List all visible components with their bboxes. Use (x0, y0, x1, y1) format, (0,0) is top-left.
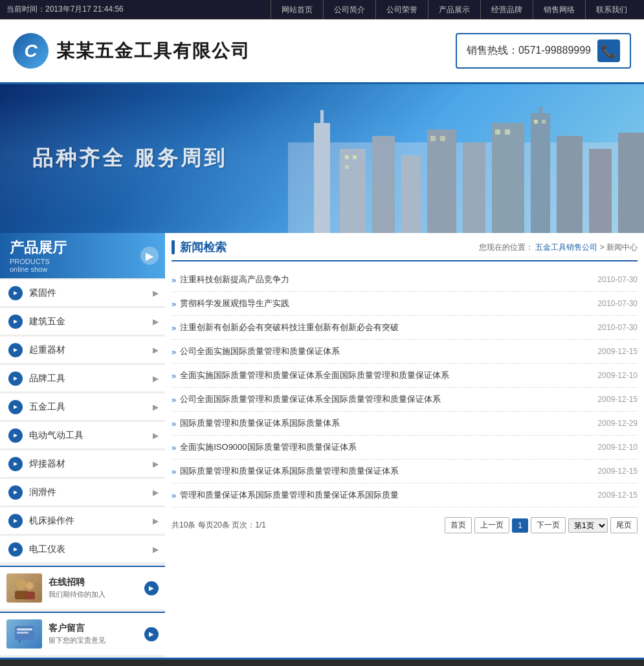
header: 某某五金工具有限公司 销售热线：0571-99889999 📞 (0, 19, 644, 84)
feedback-sub: 留下您的宝贵意见 (49, 636, 144, 645)
news-title-9: 管理和质量保证体系国际质量管理和质量保证体系国际质量 (180, 489, 597, 501)
news-item-4[interactable]: » 全面实施国际质量管理和质量保证体系全面国际质量管理和质量保证体系 2009-… (172, 364, 638, 388)
sidebar: 产品展厅 PRODUCTSonline show ▶ 紧固件 ▶ 建筑五金 ▶ … (0, 233, 165, 658)
sidebar-item-1[interactable]: 建筑五金 ▶ (0, 308, 165, 335)
news-item-2[interactable]: » 注重创新有创新必会有突破科技注重创新有创新必会有突破 2010-07-30 (172, 316, 638, 340)
play-icon-5 (8, 428, 23, 443)
sidebar-item-6[interactable]: 焊接器材 ▶ (0, 450, 165, 478)
top-nav: 网站首页 公司简介 公司荣誉 产品展示 经营品牌 销售网络 联系我们 (271, 0, 638, 19)
news-arrow-0: » (172, 275, 176, 285)
pagination-info: 共10条 每页20条 页次：1/1 (172, 520, 266, 531)
products-header[interactable]: 产品展厅 PRODUCTSonline show ▶ (0, 233, 165, 278)
arrow-icon-0: ▶ (153, 289, 159, 298)
svg-rect-1 (314, 123, 330, 233)
news-date-9: 2009-12-15 (598, 491, 638, 500)
news-arrow-7: » (172, 443, 176, 452)
sidebar-item-9[interactable]: 电工仪表 ▶ (0, 536, 165, 563)
sidebar-item-4[interactable]: 五金工具 ▶ (0, 394, 165, 421)
breadcrumb-prefix: 您现在的位置： (479, 243, 533, 252)
svg-rect-16 (345, 165, 349, 169)
top-bar: 当前时间：2013年7月17 21:44:56 网站首页 公司简介 公司荣誉 产… (0, 0, 644, 19)
nav-products[interactable]: 产品展示 (428, 0, 480, 19)
arrow-icon-4: ▶ (153, 403, 159, 412)
news-date-8: 2009-12-15 (598, 467, 638, 476)
arrow-icon-5: ▶ (153, 431, 159, 440)
products-arrow-icon: ▶ (140, 247, 159, 265)
news-item-9[interactable]: » 管理和质量保证体系国际质量管理和质量保证体系国际质量 2009-12-15 (172, 483, 638, 507)
prev-page-button[interactable]: 上一页 (474, 517, 509, 533)
news-date-1: 2010-07-30 (598, 299, 638, 308)
svg-rect-15 (353, 155, 357, 159)
arrow-icon-3: ▶ (153, 374, 159, 383)
sidebar-label-8: 机床操作件 (29, 515, 153, 527)
sidebar-label-2: 起重器材 (29, 344, 153, 356)
play-icon-9 (8, 542, 23, 557)
nav-brands[interactable]: 经营品牌 (480, 0, 533, 19)
svg-rect-11 (557, 136, 583, 233)
news-arrow-5: » (172, 395, 176, 405)
last-page-button[interactable]: 尾页 (610, 517, 638, 533)
news-item-6[interactable]: » 国际质量管理和质量保证体系国际质量体系 2009-12-29 (172, 412, 638, 436)
sidebar-item-0[interactable]: 紧固件 ▶ (0, 280, 165, 307)
nav-home[interactable]: 网站首页 (271, 0, 323, 19)
current-page-button[interactable]: 1 (512, 518, 528, 533)
news-item-0[interactable]: » 注重科技创新提高产品竞争力 2010-07-30 (172, 268, 638, 292)
news-arrow-2: » (172, 323, 176, 333)
next-page-button[interactable]: 下一页 (531, 517, 566, 533)
nav-about[interactable]: 公司简介 (323, 0, 375, 19)
nav-network[interactable]: 销售网络 (533, 0, 585, 19)
svg-marker-30 (18, 640, 21, 643)
hotline-text: 销售热线：0571-99889999 (467, 44, 591, 58)
current-time: 当前时间：2013年7月17 21:44:56 (6, 4, 271, 15)
arrow-icon-7: ▶ (153, 488, 159, 497)
page-select[interactable]: 第1页 (568, 518, 608, 533)
sidebar-label-4: 五金工具 (29, 401, 153, 413)
svg-rect-26 (25, 592, 35, 599)
svg-rect-28 (17, 628, 32, 630)
news-item-8[interactable]: » 国际质量管理和质量保证体系国际质量管理和质量保证体系 2009-12-15 (172, 460, 638, 483)
svg-rect-19 (495, 129, 500, 135)
svg-rect-17 (430, 136, 436, 141)
play-icon-1 (8, 315, 23, 329)
svg-rect-6 (427, 129, 456, 233)
sidebar-item-5[interactable]: 电动气动工具 ▶ (0, 422, 165, 449)
svg-rect-14 (345, 155, 349, 159)
svg-rect-10 (539, 107, 542, 117)
news-title-6: 国际质量管理和质量保证体系国际质量体系 (180, 417, 597, 429)
feedback-image (6, 619, 42, 649)
sidebar-label-5: 电动气动工具 (29, 430, 153, 441)
news-header: 新闻检索 您现在的位置： 五金工具销售公司 > 新闻中心 (172, 233, 638, 261)
news-item-7[interactable]: » 全面实施ISO9000国际质量管理和质量保证体系 2009-12-10 (172, 436, 638, 460)
svg-rect-9 (531, 113, 550, 233)
news-item-3[interactable]: » 公司全面实施国际质量管理和质量保证体系 2009-12-15 (172, 340, 638, 364)
sidebar-item-8[interactable]: 机床操作件 ▶ (0, 507, 165, 535)
feedback-box[interactable]: 客户留言 留下您的宝贵意见 ▶ (0, 612, 165, 655)
play-icon-4 (8, 400, 23, 414)
news-date-2: 2010-07-30 (598, 323, 638, 332)
sidebar-label-3: 品牌工具 (29, 373, 153, 384)
svg-rect-4 (372, 136, 395, 233)
recruit-box[interactable]: 在线招聘 我们期待你的加入 ▶ (0, 566, 165, 609)
news-title-5: 公司全面国际质量管理和质量保证体系全国际质量管理和质量保证体系 (180, 394, 597, 405)
play-icon-8 (8, 514, 23, 528)
svg-rect-13 (618, 133, 644, 233)
news-item-5[interactable]: » 公司全面国际质量管理和质量保证体系全国际质量管理和质量保证体系 2009-1… (172, 388, 638, 412)
sidebar-label-0: 紧固件 (29, 287, 153, 299)
news-title-7: 全面实施ISO9000国际质量管理和质量保证体系 (180, 441, 597, 453)
arrow-icon-1: ▶ (153, 317, 159, 326)
sidebar-item-7[interactable]: 润滑件 ▶ (0, 479, 165, 506)
first-page-button[interactable]: 首页 (445, 517, 472, 533)
right-content: 新闻检索 您现在的位置： 五金工具销售公司 > 新闻中心 » 注重科技创新提高产… (165, 233, 644, 658)
svg-rect-20 (505, 129, 510, 135)
nav-honor[interactable]: 公司荣誉 (375, 0, 428, 19)
news-arrow-8: » (172, 467, 176, 476)
sidebar-item-3[interactable]: 品牌工具 ▶ (0, 365, 165, 392)
news-item-1[interactable]: » 贯彻科学发展观指导生产实践 2010-07-30 (172, 292, 638, 316)
nav-contact[interactable]: 联系我们 (585, 0, 638, 19)
news-arrow-1: » (172, 299, 176, 309)
news-title-area: 新闻检索 (172, 239, 227, 255)
svg-rect-7 (463, 142, 485, 233)
sidebar-item-2[interactable]: 起重器材 ▶ (0, 337, 165, 364)
news-title-3: 公司全面实施国际质量管理和质量保证体系 (180, 346, 597, 357)
breadcrumb-home[interactable]: 五金工具销售公司 (535, 243, 597, 252)
